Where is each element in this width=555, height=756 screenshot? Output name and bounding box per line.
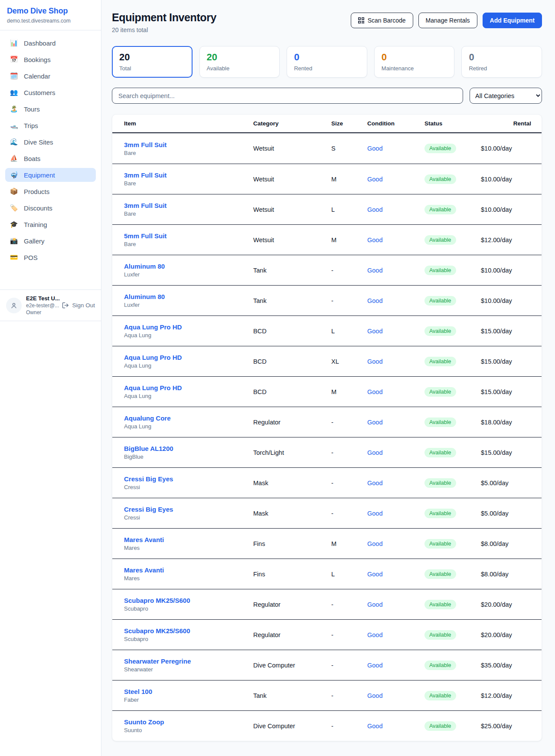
item-name-link[interactable]: 3mm Full Suit (124, 171, 253, 179)
table-row[interactable]: Cressi Big Eyes Cressi Mask - Good Avail… (112, 467, 542, 498)
stat-card-rented[interactable]: 0 Rented (287, 46, 367, 78)
person-icon (10, 302, 18, 309)
item-condition-link[interactable]: Good (367, 631, 424, 638)
add-equipment-button[interactable]: Add Equipment (483, 13, 542, 28)
sidebar-item-boats[interactable]: ⛵ Boats (5, 151, 96, 165)
table-row[interactable]: Shearwater Peregrine Shearwater Dive Com… (112, 650, 542, 680)
sailboat-icon: ⛵ (10, 154, 18, 162)
table-row[interactable]: Scubapro MK25/S600 Scubapro Regulator - … (112, 589, 542, 619)
search-input[interactable] (112, 88, 463, 104)
sidebar-item-customers[interactable]: 👥 Customers (5, 85, 96, 99)
sidebar-item-label: POS (24, 254, 38, 261)
sidebar-item-gallery[interactable]: 📸 Gallery (5, 234, 96, 248)
item-condition-link[interactable]: Good (367, 692, 424, 699)
item-condition-link[interactable]: Good (367, 297, 424, 304)
table-row[interactable]: Steel 100 Faber Tank - Good Available $1… (112, 680, 542, 710)
sign-out-button[interactable]: Sign Out (62, 302, 95, 309)
item-condition-link[interactable]: Good (367, 662, 424, 669)
item-name-link[interactable]: Suunto Zoop (124, 718, 253, 726)
item-condition-link[interactable]: Good (367, 206, 424, 213)
stat-card-available[interactable]: 20 Available (199, 46, 280, 78)
item-condition-link[interactable]: Good (367, 449, 424, 456)
item-category: Wetsuit (253, 237, 331, 243)
item-name-link[interactable]: Shearwater Peregrine (124, 657, 253, 665)
item-brand: Cressi (124, 514, 253, 521)
item-name-link[interactable]: Mares Avanti (124, 566, 253, 574)
item-condition-link[interactable]: Good (367, 358, 424, 365)
table-row[interactable]: Cressi Big Eyes Cressi Mask - Good Avail… (112, 498, 542, 528)
item-brand: Luxfer (124, 302, 253, 308)
barcode-icon (358, 17, 364, 23)
item-name-link[interactable]: Aqua Lung Pro HD (124, 384, 253, 391)
item-size: - (331, 510, 367, 517)
table-row[interactable]: Aqualung Core Aqua Lung Regulator - Good… (112, 407, 542, 437)
item-condition-link[interactable]: Good (367, 419, 424, 426)
item-name-link[interactable]: Scubapro MK25/S600 (124, 597, 253, 604)
category-select[interactable]: All Categories (470, 88, 542, 104)
sidebar-item-bookings[interactable]: 📅 Bookings (5, 53, 96, 66)
item-condition-link[interactable]: Good (367, 145, 424, 152)
item-name-link[interactable]: Steel 100 (124, 688, 253, 695)
item-name-link[interactable]: 3mm Full Suit (124, 141, 253, 148)
sidebar-item-tours[interactable]: 🏝️ Tours (5, 102, 96, 116)
table-header: Item Category Size Condition Status Rent… (112, 115, 542, 133)
sidebar-item-products[interactable]: 📦 Products (5, 184, 96, 198)
item-name-link[interactable]: Cressi Big Eyes (124, 506, 253, 513)
scan-barcode-button[interactable]: Scan Barcode (351, 13, 413, 28)
table-row[interactable]: Aluminum 80 Luxfer Tank - Good Available… (112, 255, 542, 285)
item-name-link[interactable]: Cressi Big Eyes (124, 475, 253, 483)
item-condition-link[interactable]: Good (367, 601, 424, 608)
sidebar-item-dive-sites[interactable]: 🌊 Dive Sites (5, 135, 96, 149)
sidebar-item-pos[interactable]: 💳 POS (5, 250, 96, 264)
item-name-link[interactable]: Aluminum 80 (124, 293, 253, 300)
table-row[interactable]: 3mm Full Suit Bare Wetsuit L Good Availa… (112, 194, 542, 224)
table-row[interactable]: Scubapro MK25/S600 Scubapro Regulator - … (112, 619, 542, 650)
item-name-link[interactable]: BigBlue AL1200 (124, 445, 253, 452)
table-row[interactable]: Aqua Lung Pro HD Aqua Lung BCD M Good Av… (112, 376, 542, 407)
item-name-link[interactable]: Scubapro MK25/S600 (124, 627, 253, 634)
item-condition-link[interactable]: Good (367, 571, 424, 578)
item-category: BCD (253, 388, 331, 395)
stat-card-retired[interactable]: 0 Retired (461, 46, 542, 78)
item-condition-link[interactable]: Good (367, 388, 424, 395)
item-name-link[interactable]: Aqua Lung Pro HD (124, 323, 253, 331)
table-row[interactable]: Suunto Zoop Suunto Dive Computer - Good … (112, 710, 542, 741)
stat-card-total[interactable]: 20 Total (112, 46, 193, 78)
table-row[interactable]: Aqua Lung Pro HD Aqua Lung BCD L Good Av… (112, 316, 542, 346)
item-name-link[interactable]: Aqua Lung Pro HD (124, 354, 253, 361)
table-row[interactable]: 3mm Full Suit Bare Wetsuit M Good Availa… (112, 164, 542, 194)
item-name-link[interactable]: 5mm Full Suit (124, 232, 253, 240)
item-condition-link[interactable]: Good (367, 540, 424, 547)
item-condition-link[interactable]: Good (367, 267, 424, 274)
table-row[interactable]: 5mm Full Suit Bare Wetsuit M Good Availa… (112, 224, 542, 255)
table-row[interactable]: Mares Avanti Mares Fins L Good Available… (112, 559, 542, 589)
item-condition-link[interactable]: Good (367, 510, 424, 517)
item-condition-link[interactable]: Good (367, 176, 424, 183)
item-name-link[interactable]: Aluminum 80 (124, 263, 253, 270)
sidebar-item-calendar[interactable]: 🗓️ Calendar (5, 69, 96, 83)
shop-name[interactable]: Demo Dive Shop (7, 7, 94, 16)
table-row[interactable]: BigBlue AL1200 BigBlue Torch/Light - Goo… (112, 437, 542, 467)
item-condition-link[interactable]: Good (367, 237, 424, 243)
item-name-link[interactable]: Mares Avanti (124, 536, 253, 543)
sidebar-item-training[interactable]: 🎓 Training (5, 217, 96, 231)
table-row[interactable]: Aqua Lung Pro HD Aqua Lung BCD XL Good A… (112, 346, 542, 376)
sidebar-item-discounts[interactable]: 🏷️ Discounts (5, 201, 96, 215)
item-condition-link[interactable]: Good (367, 328, 424, 335)
table-row[interactable]: Mares Avanti Mares Fins M Good Available… (112, 528, 542, 559)
status-badge: Available (424, 661, 456, 670)
item-size: - (331, 449, 367, 456)
sidebar-item-trips[interactable]: 🛥️ Trips (5, 118, 96, 132)
item-condition-link[interactable]: Good (367, 723, 424, 730)
diving-mask-icon: 🤿 (10, 171, 18, 179)
table-row[interactable]: Aluminum 80 Luxfer Tank - Good Available… (112, 285, 542, 316)
manage-rentals-button[interactable]: Manage Rentals (418, 13, 477, 28)
item-name-link[interactable]: 3mm Full Suit (124, 202, 253, 209)
item-name-link[interactable]: Aqualung Core (124, 414, 253, 422)
item-brand: Cressi (124, 484, 253, 490)
stat-card-maintenance[interactable]: 0 Maintenance (374, 46, 455, 78)
sidebar-item-equipment[interactable]: 🤿 Equipment (5, 168, 96, 182)
sidebar-item-dashboard[interactable]: 📊 Dashboard (5, 36, 96, 50)
table-row[interactable]: 3mm Full Suit Bare Wetsuit S Good Availa… (112, 133, 542, 164)
item-condition-link[interactable]: Good (367, 480, 424, 486)
